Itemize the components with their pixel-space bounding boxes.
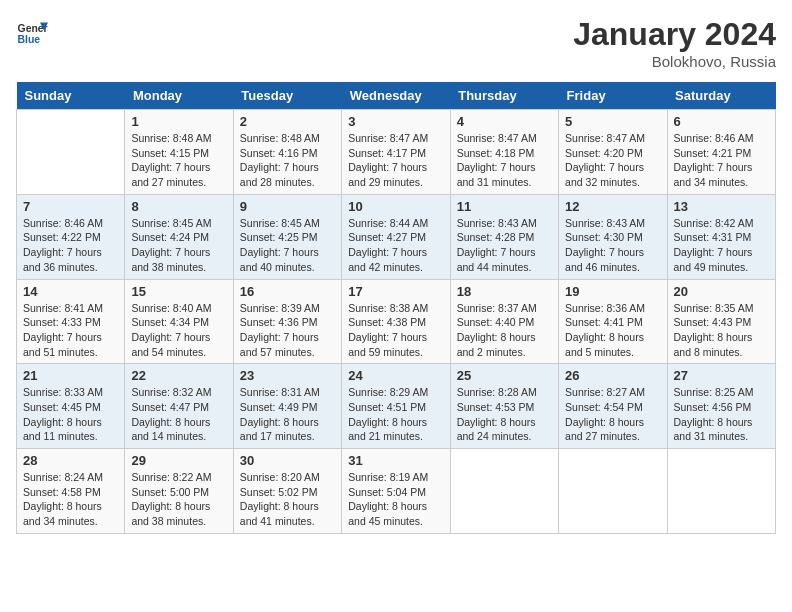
day-number: 1 xyxy=(131,114,226,129)
calendar-cell: 25Sunrise: 8:28 AM Sunset: 4:53 PM Dayli… xyxy=(450,364,558,449)
calendar-cell: 17Sunrise: 8:38 AM Sunset: 4:38 PM Dayli… xyxy=(342,279,450,364)
svg-text:Blue: Blue xyxy=(18,34,41,45)
day-header-sunday: Sunday xyxy=(17,82,125,110)
day-info: Sunrise: 8:45 AM Sunset: 4:25 PM Dayligh… xyxy=(240,216,335,275)
calendar-cell xyxy=(450,449,558,534)
week-row-5: 28Sunrise: 8:24 AM Sunset: 4:58 PM Dayli… xyxy=(17,449,776,534)
day-header-saturday: Saturday xyxy=(667,82,775,110)
calendar-cell: 1Sunrise: 8:48 AM Sunset: 4:15 PM Daylig… xyxy=(125,110,233,195)
day-info: Sunrise: 8:45 AM Sunset: 4:24 PM Dayligh… xyxy=(131,216,226,275)
calendar-cell: 31Sunrise: 8:19 AM Sunset: 5:04 PM Dayli… xyxy=(342,449,450,534)
day-info: Sunrise: 8:24 AM Sunset: 4:58 PM Dayligh… xyxy=(23,470,118,529)
calendar-cell: 20Sunrise: 8:35 AM Sunset: 4:43 PM Dayli… xyxy=(667,279,775,364)
day-info: Sunrise: 8:43 AM Sunset: 4:30 PM Dayligh… xyxy=(565,216,660,275)
day-number: 16 xyxy=(240,284,335,299)
calendar-cell: 12Sunrise: 8:43 AM Sunset: 4:30 PM Dayli… xyxy=(559,194,667,279)
calendar-cell xyxy=(17,110,125,195)
calendar-cell: 3Sunrise: 8:47 AM Sunset: 4:17 PM Daylig… xyxy=(342,110,450,195)
day-info: Sunrise: 8:47 AM Sunset: 4:20 PM Dayligh… xyxy=(565,131,660,190)
day-number: 18 xyxy=(457,284,552,299)
day-info: Sunrise: 8:47 AM Sunset: 4:17 PM Dayligh… xyxy=(348,131,443,190)
day-info: Sunrise: 8:22 AM Sunset: 5:00 PM Dayligh… xyxy=(131,470,226,529)
day-info: Sunrise: 8:46 AM Sunset: 4:21 PM Dayligh… xyxy=(674,131,769,190)
calendar-cell: 29Sunrise: 8:22 AM Sunset: 5:00 PM Dayli… xyxy=(125,449,233,534)
day-number: 14 xyxy=(23,284,118,299)
day-info: Sunrise: 8:46 AM Sunset: 4:22 PM Dayligh… xyxy=(23,216,118,275)
day-number: 28 xyxy=(23,453,118,468)
day-info: Sunrise: 8:42 AM Sunset: 4:31 PM Dayligh… xyxy=(674,216,769,275)
calendar-cell: 7Sunrise: 8:46 AM Sunset: 4:22 PM Daylig… xyxy=(17,194,125,279)
day-info: Sunrise: 8:38 AM Sunset: 4:38 PM Dayligh… xyxy=(348,301,443,360)
day-header-wednesday: Wednesday xyxy=(342,82,450,110)
day-number: 21 xyxy=(23,368,118,383)
day-number: 13 xyxy=(674,199,769,214)
calendar-cell: 11Sunrise: 8:43 AM Sunset: 4:28 PM Dayli… xyxy=(450,194,558,279)
day-number: 20 xyxy=(674,284,769,299)
day-number: 19 xyxy=(565,284,660,299)
day-number: 30 xyxy=(240,453,335,468)
calendar-cell xyxy=(667,449,775,534)
day-number: 17 xyxy=(348,284,443,299)
day-info: Sunrise: 8:31 AM Sunset: 4:49 PM Dayligh… xyxy=(240,385,335,444)
logo: General Blue xyxy=(16,16,48,48)
day-number: 23 xyxy=(240,368,335,383)
day-info: Sunrise: 8:47 AM Sunset: 4:18 PM Dayligh… xyxy=(457,131,552,190)
day-number: 22 xyxy=(131,368,226,383)
calendar-cell: 10Sunrise: 8:44 AM Sunset: 4:27 PM Dayli… xyxy=(342,194,450,279)
day-number: 8 xyxy=(131,199,226,214)
calendar-cell: 22Sunrise: 8:32 AM Sunset: 4:47 PM Dayli… xyxy=(125,364,233,449)
day-info: Sunrise: 8:41 AM Sunset: 4:33 PM Dayligh… xyxy=(23,301,118,360)
calendar-cell: 2Sunrise: 8:48 AM Sunset: 4:16 PM Daylig… xyxy=(233,110,341,195)
calendar-cell: 18Sunrise: 8:37 AM Sunset: 4:40 PM Dayli… xyxy=(450,279,558,364)
day-info: Sunrise: 8:25 AM Sunset: 4:56 PM Dayligh… xyxy=(674,385,769,444)
calendar-cell: 15Sunrise: 8:40 AM Sunset: 4:34 PM Dayli… xyxy=(125,279,233,364)
day-info: Sunrise: 8:28 AM Sunset: 4:53 PM Dayligh… xyxy=(457,385,552,444)
day-info: Sunrise: 8:36 AM Sunset: 4:41 PM Dayligh… xyxy=(565,301,660,360)
day-number: 3 xyxy=(348,114,443,129)
calendar-cell: 16Sunrise: 8:39 AM Sunset: 4:36 PM Dayli… xyxy=(233,279,341,364)
day-number: 26 xyxy=(565,368,660,383)
day-header-thursday: Thursday xyxy=(450,82,558,110)
day-number: 29 xyxy=(131,453,226,468)
day-number: 4 xyxy=(457,114,552,129)
day-number: 6 xyxy=(674,114,769,129)
calendar-body: 1Sunrise: 8:48 AM Sunset: 4:15 PM Daylig… xyxy=(17,110,776,534)
day-number: 2 xyxy=(240,114,335,129)
day-number: 25 xyxy=(457,368,552,383)
calendar-table: SundayMondayTuesdayWednesdayThursdayFrid… xyxy=(16,82,776,534)
logo-icon: General Blue xyxy=(16,16,48,48)
day-info: Sunrise: 8:48 AM Sunset: 4:15 PM Dayligh… xyxy=(131,131,226,190)
calendar-cell: 4Sunrise: 8:47 AM Sunset: 4:18 PM Daylig… xyxy=(450,110,558,195)
day-header-tuesday: Tuesday xyxy=(233,82,341,110)
calendar-cell: 21Sunrise: 8:33 AM Sunset: 4:45 PM Dayli… xyxy=(17,364,125,449)
day-number: 12 xyxy=(565,199,660,214)
day-header-friday: Friday xyxy=(559,82,667,110)
week-row-1: 1Sunrise: 8:48 AM Sunset: 4:15 PM Daylig… xyxy=(17,110,776,195)
day-number: 24 xyxy=(348,368,443,383)
day-info: Sunrise: 8:29 AM Sunset: 4:51 PM Dayligh… xyxy=(348,385,443,444)
calendar-cell xyxy=(559,449,667,534)
week-row-3: 14Sunrise: 8:41 AM Sunset: 4:33 PM Dayli… xyxy=(17,279,776,364)
day-info: Sunrise: 8:40 AM Sunset: 4:34 PM Dayligh… xyxy=(131,301,226,360)
day-info: Sunrise: 8:27 AM Sunset: 4:54 PM Dayligh… xyxy=(565,385,660,444)
day-info: Sunrise: 8:44 AM Sunset: 4:27 PM Dayligh… xyxy=(348,216,443,275)
day-info: Sunrise: 8:39 AM Sunset: 4:36 PM Dayligh… xyxy=(240,301,335,360)
calendar-cell: 14Sunrise: 8:41 AM Sunset: 4:33 PM Dayli… xyxy=(17,279,125,364)
month-title: January 2024 xyxy=(573,16,776,53)
day-info: Sunrise: 8:48 AM Sunset: 4:16 PM Dayligh… xyxy=(240,131,335,190)
calendar-cell: 26Sunrise: 8:27 AM Sunset: 4:54 PM Dayli… xyxy=(559,364,667,449)
calendar-cell: 6Sunrise: 8:46 AM Sunset: 4:21 PM Daylig… xyxy=(667,110,775,195)
calendar-cell: 9Sunrise: 8:45 AM Sunset: 4:25 PM Daylig… xyxy=(233,194,341,279)
day-info: Sunrise: 8:19 AM Sunset: 5:04 PM Dayligh… xyxy=(348,470,443,529)
day-number: 11 xyxy=(457,199,552,214)
day-info: Sunrise: 8:32 AM Sunset: 4:47 PM Dayligh… xyxy=(131,385,226,444)
calendar-cell: 19Sunrise: 8:36 AM Sunset: 4:41 PM Dayli… xyxy=(559,279,667,364)
location-subtitle: Bolokhovo, Russia xyxy=(573,53,776,70)
day-number: 7 xyxy=(23,199,118,214)
day-header-monday: Monday xyxy=(125,82,233,110)
calendar-cell: 23Sunrise: 8:31 AM Sunset: 4:49 PM Dayli… xyxy=(233,364,341,449)
calendar-cell: 13Sunrise: 8:42 AM Sunset: 4:31 PM Dayli… xyxy=(667,194,775,279)
day-info: Sunrise: 8:37 AM Sunset: 4:40 PM Dayligh… xyxy=(457,301,552,360)
calendar-cell: 24Sunrise: 8:29 AM Sunset: 4:51 PM Dayli… xyxy=(342,364,450,449)
calendar-cell: 27Sunrise: 8:25 AM Sunset: 4:56 PM Dayli… xyxy=(667,364,775,449)
